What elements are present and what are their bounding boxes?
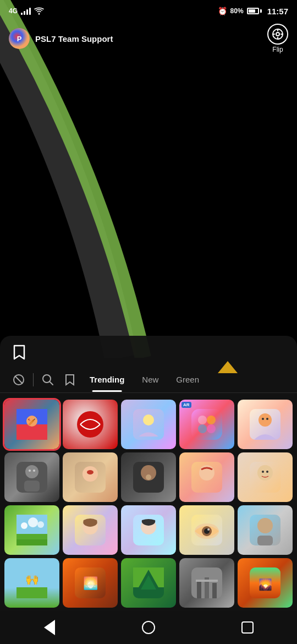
battery-percent: 80% — [230, 7, 244, 15]
svg-point-17 — [198, 416, 207, 424]
grid-item-man[interactable] — [4, 452, 59, 502]
flip-label: Flip — [272, 46, 283, 53]
flip-button[interactable]: Flip — [267, 24, 288, 53]
svg-point-24 — [266, 418, 268, 420]
svg-text:🏏: 🏏 — [28, 417, 37, 426]
ar-badge: AR — [182, 402, 191, 408]
svg-rect-61 — [16, 587, 47, 598]
grid-item-girl2[interactable] — [121, 505, 176, 555]
svg-point-28 — [29, 470, 31, 472]
grid-item-woman1[interactable] — [63, 452, 118, 502]
grid-item-tropical[interactable]: 🌅 — [63, 558, 118, 608]
svg-text:🙌: 🙌 — [25, 572, 39, 586]
filter-divider — [33, 373, 34, 386]
svg-point-45 — [21, 522, 28, 529]
channel-info: P PSL7 Team Support — [9, 28, 113, 49]
grid-item-girl1[interactable] — [63, 505, 118, 555]
grid-item-shortcuts[interactable]: AR — [179, 400, 234, 449]
status-left: 4G — [9, 7, 44, 15]
home-button[interactable] — [132, 616, 165, 638]
grid-item-woman4[interactable] — [238, 452, 293, 502]
grid-item-cricket[interactable]: 🏏 — [4, 400, 59, 449]
svg-point-58 — [257, 518, 273, 533]
grid-row-2 — [4, 452, 293, 502]
new-tab-arrow — [218, 361, 238, 373]
grid-item-man2[interactable] — [238, 505, 293, 555]
grid-item-eye[interactable] — [179, 505, 234, 555]
svg-point-22 — [258, 413, 272, 427]
svg-point-46 — [28, 517, 38, 527]
svg-point-35 — [146, 474, 151, 480]
svg-point-19 — [198, 424, 207, 433]
svg-rect-16 — [191, 409, 222, 440]
svg-rect-70 — [197, 581, 201, 598]
svg-rect-27 — [24, 481, 40, 492]
svg-text:🌅: 🌅 — [83, 576, 98, 591]
wifi-icon — [34, 7, 44, 15]
channel-avatar: P — [9, 28, 30, 49]
alarm-icon: ⏰ — [218, 7, 227, 15]
signal-bar-2 — [24, 11, 25, 15]
svg-rect-72 — [212, 583, 217, 598]
signal-bar-4 — [29, 8, 31, 15]
bookmark-filter-icon[interactable] — [60, 370, 80, 390]
svg-point-29 — [33, 470, 35, 472]
filter-tabs: Trending New Green — [0, 367, 297, 393]
svg-point-40 — [262, 471, 264, 473]
svg-point-41 — [266, 471, 268, 473]
grid-row-1: 🏏 — [4, 400, 293, 449]
back-button[interactable] — [33, 616, 66, 638]
time-display: 11:57 — [267, 7, 288, 16]
svg-point-26 — [25, 465, 38, 478]
search-filter-icon[interactable] — [38, 370, 58, 390]
svg-point-20 — [207, 424, 216, 433]
svg-text:P: P — [17, 35, 22, 43]
svg-rect-59 — [257, 536, 273, 545]
svg-rect-73 — [196, 580, 218, 582]
grid-row-4: 🙌 🌅 — [4, 558, 293, 608]
flip-camera-icon — [267, 24, 288, 45]
svg-line-7 — [50, 381, 53, 385]
grid-item-ruins[interactable] — [179, 558, 234, 608]
battery-icon — [247, 8, 262, 14]
tab-green[interactable]: Green — [168, 372, 207, 388]
grid-item-woman2[interactable] — [121, 452, 176, 502]
grid-item-hands[interactable]: 🙌 — [4, 558, 59, 608]
svg-point-47 — [37, 521, 44, 528]
grid-item-field[interactable] — [4, 505, 59, 555]
top-bar: P PSL7 Team Support Flip — [0, 22, 297, 55]
svg-rect-10 — [16, 424, 47, 440]
network-type: 4G — [9, 7, 18, 15]
signal-bar-1 — [21, 13, 23, 15]
recent-button[interactable] — [231, 616, 264, 638]
nav-bar — [0, 611, 297, 644]
bottom-panel: Trending New Green 🏏 — [0, 336, 297, 644]
tab-trending[interactable]: Trending — [82, 372, 132, 388]
svg-point-56 — [207, 528, 210, 531]
svg-rect-44 — [16, 539, 47, 545]
grid-item-sunset[interactable]: 🌄 — [238, 558, 293, 608]
grid-item-portrait1[interactable] — [238, 400, 293, 449]
block-filter-icon[interactable] — [9, 370, 29, 390]
grid-row-3 — [4, 505, 293, 555]
signal-bars — [21, 7, 31, 15]
svg-point-23 — [262, 418, 264, 420]
svg-point-39 — [257, 465, 273, 481]
svg-point-3 — [276, 32, 279, 36]
grid-item-selfie[interactable] — [121, 400, 176, 449]
status-bar: 4G ⏰ 80% 11:57 — [0, 0, 297, 22]
svg-line-5 — [15, 376, 23, 384]
grid-item-woman3[interactable] — [179, 452, 234, 502]
back-arrow-icon — [44, 620, 55, 635]
grid-item-trees[interactable] — [121, 558, 176, 608]
svg-point-32 — [87, 470, 94, 474]
status-right: ⏰ 80% 11:57 — [218, 7, 288, 16]
panel-bookmark-icon[interactable] — [13, 345, 25, 363]
effects-grid: 🏏 — [0, 395, 297, 611]
tab-new[interactable]: New — [134, 372, 166, 388]
recent-square-icon — [241, 621, 254, 634]
svg-text:🌄: 🌄 — [258, 578, 272, 591]
svg-point-15 — [143, 414, 154, 425]
channel-name: PSL7 Team Support — [35, 34, 113, 43]
grid-item-ball[interactable] — [63, 400, 118, 449]
